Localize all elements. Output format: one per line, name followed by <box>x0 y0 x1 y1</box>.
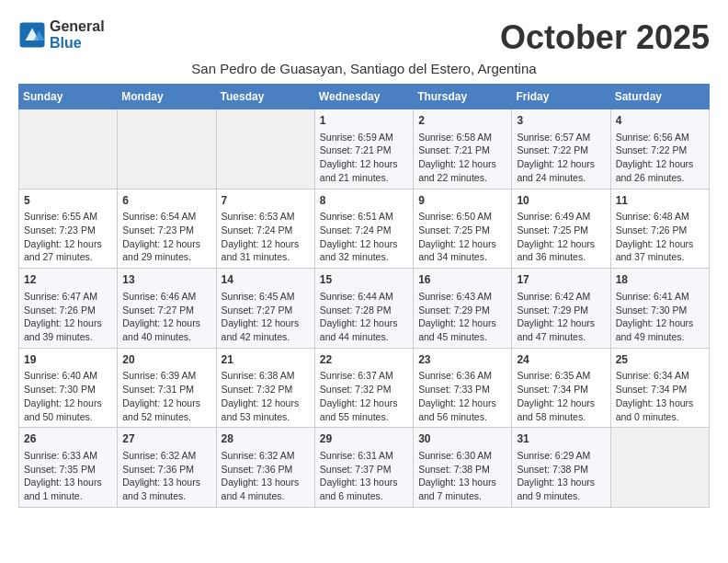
calendar-cell: 20Sunrise: 6:39 AMSunset: 7:31 PMDayligh… <box>118 348 216 428</box>
day-info: and 44 minutes. <box>320 330 408 344</box>
day-number: 4 <box>616 113 704 129</box>
day-info: Sunset: 7:32 PM <box>320 383 408 396</box>
header-tuesday: Tuesday <box>216 85 314 109</box>
day-info: and 37 minutes. <box>616 250 704 264</box>
calendar-cell: 10Sunrise: 6:49 AMSunset: 7:25 PMDayligh… <box>512 189 610 269</box>
day-info: Sunset: 7:27 PM <box>122 304 210 317</box>
day-info: Daylight: 12 hours <box>222 396 310 410</box>
day-info: Sunrise: 6:50 AM <box>418 210 506 224</box>
header-wednesday: Wednesday <box>314 85 413 109</box>
day-info: and 50 minutes. <box>24 410 112 424</box>
day-number: 22 <box>320 352 408 368</box>
day-info: Sunset: 7:21 PM <box>418 144 506 157</box>
day-info: Sunset: 7:29 PM <box>517 304 605 317</box>
page-header: General Blue October 2025 <box>18 18 710 57</box>
day-info: Sunset: 7:35 PM <box>24 463 112 477</box>
calendar-week-3: 12Sunrise: 6:47 AMSunset: 7:26 PMDayligh… <box>19 269 710 349</box>
day-info: Sunset: 7:21 PM <box>320 144 408 157</box>
day-info: and 40 minutes. <box>122 330 210 344</box>
calendar-cell: 7Sunrise: 6:53 AMSunset: 7:24 PMDaylight… <box>216 189 314 269</box>
day-number: 18 <box>616 272 704 288</box>
day-info: and 31 minutes. <box>222 250 310 264</box>
day-info: Daylight: 12 hours <box>616 157 704 171</box>
calendar-cell: 11Sunrise: 6:48 AMSunset: 7:26 PMDayligh… <box>610 189 709 269</box>
day-number: 21 <box>222 352 310 368</box>
day-info: Sunrise: 6:49 AM <box>517 210 605 224</box>
calendar-cell <box>118 109 216 190</box>
day-info: Sunset: 7:36 PM <box>122 463 210 477</box>
day-number: 1 <box>320 113 408 129</box>
day-info: Sunset: 7:25 PM <box>517 224 605 237</box>
day-info: Sunset: 7:34 PM <box>517 383 605 396</box>
day-info: and 56 minutes. <box>418 410 506 424</box>
day-number: 10 <box>517 193 605 209</box>
calendar-week-2: 5Sunrise: 6:55 AMSunset: 7:23 PMDaylight… <box>19 189 710 269</box>
calendar-cell <box>19 109 118 190</box>
day-info: and 4 minutes. <box>222 489 310 503</box>
day-info: Sunrise: 6:40 AM <box>24 369 112 383</box>
calendar-cell: 25Sunrise: 6:34 AMSunset: 7:34 PMDayligh… <box>610 348 709 428</box>
logo-blue-text: Blue <box>50 35 105 52</box>
day-number: 14 <box>222 272 310 288</box>
header-friday: Friday <box>512 85 610 109</box>
day-number: 8 <box>320 193 408 209</box>
calendar-cell: 5Sunrise: 6:55 AMSunset: 7:23 PMDaylight… <box>19 189 118 269</box>
calendar-cell: 3Sunrise: 6:57 AMSunset: 7:22 PMDaylight… <box>512 109 610 190</box>
day-number: 26 <box>24 431 112 447</box>
calendar-cell: 30Sunrise: 6:30 AMSunset: 7:38 PMDayligh… <box>414 428 512 508</box>
header-saturday: Saturday <box>610 85 709 109</box>
calendar-cell: 4Sunrise: 6:56 AMSunset: 7:22 PMDaylight… <box>610 109 709 190</box>
day-number: 19 <box>24 352 112 368</box>
day-info: Sunrise: 6:41 AM <box>616 290 704 304</box>
calendar-cell: 31Sunrise: 6:29 AMSunset: 7:38 PMDayligh… <box>512 428 610 508</box>
day-info: and 58 minutes. <box>517 410 605 424</box>
calendar-cell: 17Sunrise: 6:42 AMSunset: 7:29 PMDayligh… <box>512 269 610 349</box>
day-number: 13 <box>122 272 210 288</box>
day-info: and 47 minutes. <box>517 330 605 344</box>
day-number: 7 <box>222 193 310 209</box>
month-title: October 2025 <box>500 18 710 57</box>
day-number: 27 <box>122 431 210 447</box>
calendar-cell: 24Sunrise: 6:35 AMSunset: 7:34 PMDayligh… <box>512 348 610 428</box>
day-info: and 22 minutes. <box>418 171 506 185</box>
calendar-week-1: 1Sunrise: 6:59 AMSunset: 7:21 PMDaylight… <box>19 109 710 190</box>
day-number: 2 <box>418 113 506 129</box>
calendar-cell: 8Sunrise: 6:51 AMSunset: 7:24 PMDaylight… <box>314 189 413 269</box>
day-info: and 24 minutes. <box>517 171 605 185</box>
day-info: Sunrise: 6:56 AM <box>616 131 704 144</box>
day-info: Daylight: 12 hours <box>418 316 506 330</box>
day-info: and 32 minutes. <box>320 250 408 264</box>
calendar-table: SundayMondayTuesdayWednesdayThursdayFrid… <box>18 84 710 508</box>
day-number: 16 <box>418 272 506 288</box>
day-info: Sunrise: 6:57 AM <box>517 131 605 144</box>
day-info: Sunrise: 6:39 AM <box>122 369 210 383</box>
day-number: 3 <box>517 113 605 129</box>
day-info: Sunrise: 6:46 AM <box>122 290 210 304</box>
day-info: and 42 minutes. <box>222 330 310 344</box>
day-info: Sunset: 7:38 PM <box>517 463 605 477</box>
day-number: 6 <box>122 193 210 209</box>
day-info: Sunset: 7:22 PM <box>517 144 605 157</box>
day-info: Daylight: 12 hours <box>517 157 605 171</box>
day-info: Sunset: 7:30 PM <box>616 304 704 317</box>
day-info: Daylight: 13 hours <box>320 476 408 489</box>
day-info: and 39 minutes. <box>24 330 112 344</box>
day-info: and 29 minutes. <box>122 250 210 264</box>
day-info: Daylight: 12 hours <box>122 396 210 410</box>
day-info: Daylight: 13 hours <box>24 476 112 489</box>
calendar-cell: 22Sunrise: 6:37 AMSunset: 7:32 PMDayligh… <box>314 348 413 428</box>
day-info: Sunrise: 6:42 AM <box>517 290 605 304</box>
day-info: and 55 minutes. <box>320 410 408 424</box>
day-info: Daylight: 13 hours <box>517 476 605 489</box>
day-info: and 9 minutes. <box>517 489 605 503</box>
day-info: and 6 minutes. <box>320 489 408 503</box>
day-info: Daylight: 12 hours <box>517 316 605 330</box>
day-info: Daylight: 12 hours <box>222 316 310 330</box>
day-info: Sunrise: 6:32 AM <box>222 449 310 463</box>
day-info: Sunrise: 6:53 AM <box>222 210 310 224</box>
header-monday: Monday <box>118 85 216 109</box>
day-info: and 34 minutes. <box>418 250 506 264</box>
day-info: Sunset: 7:34 PM <box>616 383 704 396</box>
calendar-cell: 1Sunrise: 6:59 AMSunset: 7:21 PMDaylight… <box>314 109 413 190</box>
calendar-cell: 6Sunrise: 6:54 AMSunset: 7:23 PMDaylight… <box>118 189 216 269</box>
